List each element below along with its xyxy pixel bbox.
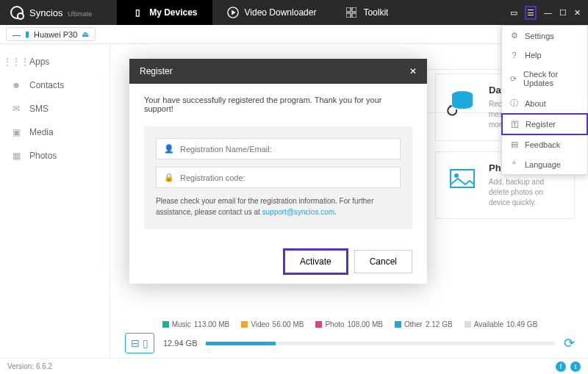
logo-icon (10, 6, 24, 19)
tab-downloader-label: Video Downloader (245, 7, 317, 18)
refresh-icon: ⟳ (509, 74, 517, 84)
leg-photo-val: 108.00 MB (348, 320, 383, 328)
sidebar-label-photos: Photos (29, 151, 57, 161)
eject-icon[interactable]: ⏏ (82, 29, 89, 39)
leg-other: Other (404, 320, 423, 328)
activate-button[interactable]: Activate (284, 250, 347, 273)
chat-icon: ▤ (509, 140, 519, 149)
modal-success-text: Your have successfully registered the pr… (144, 96, 412, 113)
menu-register-label: Register (526, 120, 556, 129)
sidebar-item-apps[interactable]: ⋮⋮⋮Apps (0, 50, 110, 73)
support-email-link[interactable]: support@syncios.com (262, 208, 335, 216)
leg-avail-val: 10.49 GB (506, 320, 537, 328)
storage-legend: Music 113.00 MB Video 56.00 MB Photo 108… (125, 320, 575, 328)
storage-refresh-icon[interactable]: ⟳ (564, 335, 575, 351)
menu-help[interactable]: ?Help (502, 46, 587, 65)
maximize-icon[interactable]: ☐ (559, 8, 567, 18)
photo-desc: Add, backup and delete photos on device … (489, 177, 564, 208)
svg-point-8 (454, 173, 459, 178)
minimize-icon[interactable]: — (544, 8, 552, 17)
sidebar-item-contacts[interactable]: ☻Contacts (0, 73, 110, 97)
svg-rect-4 (352, 13, 356, 18)
registration-name-field[interactable]: 👤 (156, 138, 401, 159)
svg-rect-1 (346, 7, 351, 12)
menu-updates-label: Check for Updates (523, 70, 580, 87)
menu-about-label: About (525, 99, 546, 108)
menu-help-label: Help (525, 51, 542, 60)
menu-feedback[interactable]: ▤Feedback (502, 134, 587, 154)
version-label: Version: 6.6.2 (7, 362, 52, 370)
leg-video: Video (251, 320, 269, 328)
gear-icon: ⚙ (509, 31, 519, 40)
photo-manager-icon (446, 162, 478, 195)
brand-edition: Ultimate (68, 10, 92, 18)
grid-icon (345, 7, 357, 18)
tab-my-devices[interactable]: ▯ My Devices (117, 0, 212, 25)
recovery-icon (446, 84, 478, 117)
tab-video-downloader[interactable]: Video Downloader (212, 0, 331, 25)
svg-rect-3 (346, 13, 351, 18)
menu-settings-label: Settings (525, 32, 554, 40)
swatch-music (162, 321, 169, 328)
menu-feedback-label: Feedback (525, 140, 560, 149)
modal-hint: Please check your email for the registra… (156, 195, 401, 217)
close-window-icon[interactable]: ✕ (574, 8, 581, 18)
photos-icon: ▦ (10, 150, 22, 162)
menu-about[interactable]: ⓘAbout (502, 93, 587, 114)
modal-title: Register (140, 66, 173, 76)
language-icon: ᴬ (509, 159, 519, 169)
play-circle-icon (227, 7, 239, 18)
tab-toolkit-label: Toolkit (363, 7, 388, 18)
sidebar-item-photos[interactable]: ▦Photos (0, 144, 110, 168)
sidebar-label-media: Media (29, 127, 54, 137)
sidebar-item-media[interactable]: ▣Media (0, 121, 110, 144)
leg-avail: Available (474, 320, 503, 328)
hint-post: . (334, 208, 337, 216)
leg-music-val: 113.00 MB (194, 320, 229, 328)
sidebar-item-sms[interactable]: ✉SMS (0, 97, 110, 121)
leg-music: Music (172, 320, 191, 328)
registration-code-input[interactable] (180, 173, 392, 182)
menu-language-label: Language (525, 160, 561, 169)
lock-icon: 🔒 (164, 173, 174, 182)
settings-menu: ⚙Settings ?Help ⟳Check for Updates ⓘAbou… (501, 25, 588, 175)
menu-check-updates[interactable]: ⟳Check for Updates (502, 65, 587, 93)
tab-my-devices-label: My Devices (149, 7, 197, 18)
cancel-button[interactable]: Cancel (354, 250, 412, 273)
sidebar-label-contacts: Contacts (29, 80, 64, 90)
registration-name-input[interactable] (180, 145, 392, 154)
menu-toggle-icon[interactable]: ☰ (525, 6, 537, 20)
info-icon: ⓘ (509, 98, 519, 109)
facebook-icon[interactable]: f (556, 362, 566, 372)
help-icon: ? (509, 51, 519, 60)
disk-icon: ⊟ ▯ (125, 333, 154, 353)
tab-toolkit[interactable]: Toolkit (331, 0, 403, 25)
phone-icon: ▯ (132, 7, 143, 18)
leg-video-val: 56.00 MB (273, 320, 304, 328)
svg-rect-7 (451, 170, 474, 187)
phone-small-icon: ▮ (25, 29, 29, 39)
device-selector[interactable]: — ▮ Huawei P30 ⏏ (6, 27, 96, 41)
apps-icon: ⋮⋮⋮ (10, 56, 22, 68)
swatch-video (241, 321, 248, 328)
sidebar-label-sms: SMS (29, 104, 49, 114)
key-icon: ⚿ (510, 120, 520, 129)
storage-panel: Music 113.00 MB Video 56.00 MB Photo 108… (125, 320, 575, 353)
menu-register[interactable]: ⚿Register (501, 113, 588, 135)
notification-icon[interactable]: ▭ (510, 8, 517, 18)
contacts-icon: ☻ (10, 79, 22, 91)
brand-name: Syncios (29, 7, 63, 18)
media-icon: ▣ (10, 126, 22, 138)
menu-language[interactable]: ᴬLanguage (502, 154, 587, 174)
sidebar-label-apps: Apps (29, 57, 49, 67)
leg-photo: Photo (325, 320, 344, 328)
swatch-other (395, 321, 401, 328)
registration-code-field[interactable]: 🔒 (156, 167, 401, 188)
swatch-photo (315, 321, 322, 328)
storage-bar (206, 342, 555, 345)
menu-settings[interactable]: ⚙Settings (502, 26, 587, 46)
app-logo: Syncios Ultimate (0, 6, 102, 19)
storage-total: 12.94 GB (163, 339, 197, 348)
twitter-icon[interactable]: t (570, 362, 581, 372)
modal-close-icon[interactable]: ✕ (409, 66, 417, 76)
